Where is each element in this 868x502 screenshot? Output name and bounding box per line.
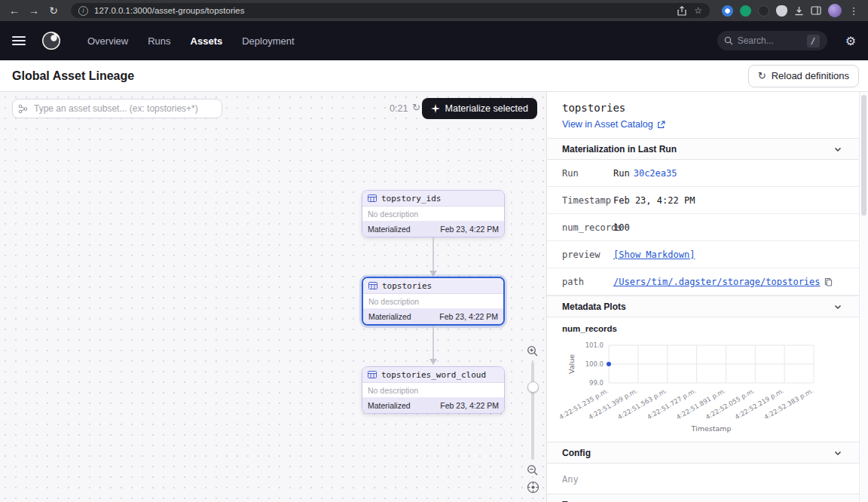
nav-runs[interactable]: Runs [148,35,170,47]
zoom-in-icon[interactable] [527,345,539,357]
search-icon [724,36,733,45]
extension-icon-target[interactable] [722,5,733,17]
recenter-icon[interactable] [527,481,539,494]
lineage-edge [426,326,441,366]
dagster-logo[interactable] [41,30,62,51]
asset-node-name: topstory_ids [381,194,441,204]
section-materialization-in-last-run[interactable]: Materialization in Last Run [547,138,859,160]
path-link[interactable]: /Users/tim/.dagster/storage/topstories [613,277,821,287]
browser-profile-avatar[interactable] [828,4,842,17]
asset-node-header: topstories [363,278,503,294]
browser-back-icon[interactable]: ← [6,2,23,19]
hamburger-menu-icon[interactable] [12,36,26,45]
search-input[interactable] [738,35,802,46]
bookmark-star-icon[interactable]: ☆ [694,5,702,16]
browser-extensions-area: ⋮ [719,4,862,17]
settings-gear-icon[interactable]: ⚙ [845,34,856,48]
plot-title: num_records [547,317,859,335]
nav-deployment[interactable]: Deployment [242,35,294,47]
metadata-label: num_records [547,222,613,233]
asset-node-timestamp: Feb 23, 4:22 PM [440,401,499,410]
asset-node-topstories[interactable]: topstories No description Materialized F… [362,277,505,326]
svg-text:99.0: 99.0 [589,379,604,387]
svg-text:4:22:52.055 p.m.: 4:22:52.055 p.m. [704,387,756,421]
extension-icon-grammarly[interactable] [740,5,751,17]
asset-subset-filter-input[interactable] [12,99,222,118]
asset-node-topstory_ids[interactable]: topstory_ids No description Materialized… [362,190,505,237]
asset-node-status: Materialized [368,312,411,321]
asset-lineage-graph[interactable]: 0:21 ↻ Materialize selected topstory_ids… [0,92,547,502]
svg-text:4:22:51.563 p.m.: 4:22:51.563 p.m. [616,387,668,421]
downloads-icon[interactable] [794,6,804,16]
metadata-row-preview: preview [Show Markdown] [547,241,859,268]
run-id-link[interactable]: 30c2ea35 [634,168,677,179]
panel-scrollbar-thumb[interactable] [861,95,866,216]
reload-definitions-button[interactable]: ↻ Reload definitions [748,65,859,87]
site-info-icon[interactable]: i [78,6,88,16]
asset-node-name: topstories [382,281,432,291]
metadata-row-path: path /Users/tim/.dagster/storage/topstor… [547,268,859,295]
chevron-down-icon[interactable] [833,302,842,311]
chevron-down-icon[interactable] [833,145,842,154]
browser-reload-icon[interactable]: ↻ [45,2,62,19]
metadata-label: preview [547,249,613,260]
section-label: Type [562,500,582,502]
asset-node-header: topstory_ids [362,191,504,207]
metadata-plot-chart: 101.0100.099.04:22:51.235 p.m.4:22:51.39… [547,335,859,442]
materialize-selected-button[interactable]: Materialize selected [422,98,537,119]
lineage-edge [426,237,441,277]
show-markdown-link[interactable]: [Show Markdown] [613,249,695,260]
section-type[interactable]: Type [547,494,859,502]
section-label: Materialization in Last Run [562,144,677,155]
refresh-graph-icon[interactable]: ↻ [412,102,420,113]
chevron-down-icon[interactable] [833,448,842,458]
table-icon [368,194,377,203]
share-icon[interactable] [677,6,686,16]
page-title: Global Asset Lineage [12,69,134,83]
svg-text:4:22:51.727 p.m.: 4:22:51.727 p.m. [646,387,698,421]
zoom-slider[interactable] [531,362,534,460]
url-text: 127.0.0.1:3000/asset-groups/topstories [94,6,671,15]
panel-scrollbar[interactable] [859,92,868,502]
browser-chrome: ← → ↻ i 127.0.0.1:3000/asset-groups/tops… [0,0,868,21]
section-config[interactable]: Config [547,442,859,464]
reload-icon: ↻ [758,71,766,81]
asset-node-timestamp: Feb 23, 4:22 PM [440,225,499,234]
global-search[interactable]: / [717,31,827,51]
zoom-out-icon[interactable] [527,464,539,476]
browser-forward-icon[interactable]: → [26,2,42,19]
asset-node-status: Materialized [368,401,411,410]
section-label: Metadata Plots [562,302,626,312]
copy-icon[interactable] [824,277,833,286]
browser-url-bar[interactable]: i 127.0.0.1:3000/asset-groups/topstories… [71,3,710,18]
svg-text:4:22:52.219 p.m.: 4:22:52.219 p.m. [734,387,786,421]
asset-node-name: topstories_word_cloud [381,370,486,380]
section-metadata-plots[interactable]: Metadata Plots [547,295,859,317]
metadata-label: Run [547,168,613,179]
config-value: Any [547,464,859,494]
table-icon [368,370,377,379]
sparkle-icon [431,104,440,113]
nav-overview[interactable]: Overview [87,35,128,47]
auto-refresh-countdown: 0:21 [390,103,408,114]
nav-assets[interactable]: Assets [191,35,223,47]
asset-node-status: Materialized [368,225,411,234]
metadata-value: 100 [613,222,630,233]
asset-node-timestamp: Feb 23, 4:22 PM [439,312,498,321]
asset-node-topstories_word_cloud[interactable]: topstories_word_cloud No description Mat… [362,366,505,414]
metadata-value: Feb 23, 4:22 PM [613,195,695,206]
app-header: Overview Runs Assets Deployment / ⚙ [0,21,868,60]
svg-text:101.0: 101.0 [585,341,604,349]
svg-text:4:22:51.399 p.m.: 4:22:51.399 p.m. [587,387,639,421]
side-panel-icon[interactable] [811,6,821,15]
materialize-selected-label: Materialize selected [445,103,528,114]
browser-menu-icon[interactable]: ⋮ [848,5,859,17]
view-in-asset-catalog-link[interactable]: View in Asset Catalog [562,119,844,130]
zoom-slider-handle[interactable] [527,381,539,393]
extension-icon-paw[interactable] [776,5,787,17]
asset-title: topstories [562,102,844,114]
extension-icon-dark[interactable] [758,5,769,17]
svg-text:100.0: 100.0 [585,360,604,368]
external-link-icon [657,121,665,129]
reload-definitions-label: Reload definitions [772,70,849,81]
